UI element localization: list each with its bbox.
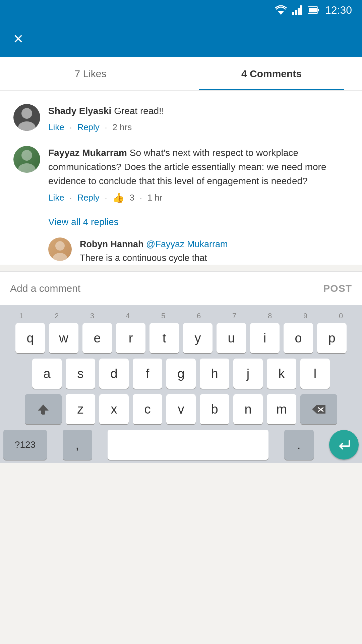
- person-silhouette: [13, 104, 40, 131]
- key-w[interactable]: w: [49, 323, 78, 353]
- tab-likes[interactable]: 7 Likes: [0, 57, 181, 90]
- backspace-key[interactable]: [300, 394, 337, 424]
- close-button[interactable]: ×: [13, 30, 23, 47]
- status-time: 12:30: [325, 4, 352, 16]
- svg-rect-4: [300, 5, 302, 15]
- key-r[interactable]: r: [116, 323, 145, 353]
- view-replies-container: View all 4 replies: [48, 217, 349, 227]
- key-a[interactable]: a: [32, 359, 62, 389]
- key-i[interactable]: i: [250, 323, 280, 353]
- key-l[interactable]: l: [300, 359, 330, 389]
- period-key[interactable]: .: [284, 430, 314, 460]
- reply-text: Robyn Hannah @Fayyaz Mukarram There is a…: [80, 237, 349, 265]
- comment-author: Shady Elyaski: [48, 106, 111, 116]
- shift-key[interactable]: [25, 394, 62, 424]
- svg-rect-2: [295, 10, 297, 15]
- battery-icon: [308, 6, 320, 14]
- comment-item: Fayyaz Mukarram So what's next with resp…: [13, 146, 349, 203]
- mention[interactable]: @Fayyaz Mukarram: [146, 239, 228, 249]
- comment-input[interactable]: [10, 283, 316, 294]
- key-h[interactable]: h: [200, 359, 229, 389]
- likes-count: 3: [130, 193, 134, 203]
- comment-actions: Like · Reply · 2 hrs: [48, 122, 349, 132]
- keyboard-row-3: z x c v b n m: [0, 394, 362, 424]
- tabs-container: 7 Likes 4 Comments: [0, 57, 362, 91]
- svg-rect-15: [42, 413, 45, 415]
- key-c[interactable]: c: [133, 394, 162, 424]
- reply-text-preview: There is a continuous cycle that: [80, 253, 207, 263]
- svg-marker-14: [38, 405, 49, 414]
- reply-comment-item: Robyn Hannah @Fayyaz Mukarram There is a…: [48, 237, 349, 265]
- comment-text: Shady Elyaski Great read!!: [48, 104, 349, 118]
- comment-content: Fayyaz Mukarram So what's next with resp…: [48, 146, 349, 203]
- keyboard: 1 2 3 4 5 6 7 8 9 0 q w e r t y u i o p …: [0, 305, 362, 463]
- keyboard-number-hints: 1 2 3 4 5 6 7 8 9 0: [0, 312, 362, 320]
- thumbs-up-icon: 👍: [113, 192, 124, 203]
- key-o[interactable]: o: [284, 323, 313, 353]
- comma-key[interactable]: ,: [63, 430, 92, 460]
- key-g[interactable]: g: [166, 359, 196, 389]
- comment-content: Shady Elyaski Great read!! Like · Reply …: [48, 104, 349, 132]
- comment-author: Fayyaz Mukarram: [48, 148, 127, 158]
- enter-key[interactable]: [329, 430, 359, 460]
- backspace-icon: [311, 404, 326, 414]
- comment-body: Great read!!: [114, 106, 164, 116]
- comment-actions: Like · Reply · 👍 3 · 1 hr: [48, 192, 349, 203]
- post-button[interactable]: POST: [323, 283, 352, 294]
- key-b[interactable]: b: [200, 394, 229, 424]
- key-j[interactable]: j: [233, 359, 263, 389]
- comment-time: 1 hr: [147, 193, 163, 203]
- reply-button[interactable]: Reply: [77, 122, 99, 132]
- svg-point-9: [18, 121, 36, 131]
- avatar: [13, 146, 40, 173]
- comment-time: 2 hrs: [113, 122, 132, 132]
- tab-comments[interactable]: 4 Comments: [181, 57, 362, 90]
- enter-icon: [337, 437, 351, 452]
- key-q[interactable]: q: [15, 323, 45, 353]
- reply-button[interactable]: Reply: [77, 193, 99, 203]
- key-v[interactable]: v: [166, 394, 196, 424]
- svg-rect-6: [318, 9, 319, 11]
- key-t[interactable]: t: [149, 323, 179, 353]
- avatar: [48, 237, 72, 261]
- symbols-key[interactable]: ?123: [3, 430, 47, 460]
- shift-icon: [37, 403, 49, 415]
- comment-item: Shady Elyaski Great read!! Like · Reply …: [13, 104, 349, 132]
- svg-point-10: [21, 150, 32, 161]
- key-s[interactable]: s: [66, 359, 95, 389]
- key-n[interactable]: n: [233, 394, 263, 424]
- key-x[interactable]: x: [99, 394, 129, 424]
- key-f[interactable]: f: [133, 359, 162, 389]
- header-bar: ×: [0, 20, 362, 57]
- svg-point-12: [55, 241, 65, 251]
- svg-marker-0: [278, 11, 284, 15]
- svg-point-11: [18, 163, 36, 173]
- reply-author: Robyn Hannah: [80, 239, 144, 249]
- key-u[interactable]: u: [217, 323, 246, 353]
- keyboard-bottom-row: ?123 , .: [0, 430, 362, 460]
- keyboard-row-2: a s d f g h j k l: [0, 359, 362, 389]
- key-e[interactable]: e: [82, 323, 112, 353]
- key-m[interactable]: m: [267, 394, 296, 424]
- view-all-replies-button[interactable]: View all 4 replies: [48, 217, 119, 227]
- key-p[interactable]: p: [317, 323, 347, 353]
- comment-text: Fayyaz Mukarram So what's next with resp…: [48, 146, 349, 188]
- svg-rect-1: [292, 12, 294, 15]
- person-silhouette: [13, 146, 40, 173]
- like-button[interactable]: Like: [48, 122, 64, 132]
- comment-input-bar: POST: [0, 271, 362, 305]
- person-silhouette: [48, 237, 72, 261]
- reply-content: Robyn Hannah @Fayyaz Mukarram There is a…: [80, 237, 349, 265]
- like-button[interactable]: Like: [48, 193, 64, 203]
- svg-rect-7: [309, 8, 317, 12]
- svg-point-13: [53, 253, 67, 261]
- key-z[interactable]: z: [66, 394, 95, 424]
- space-key[interactable]: [108, 430, 268, 460]
- keyboard-row-1: q w e r t y u i o p: [0, 323, 362, 353]
- key-k[interactable]: k: [267, 359, 296, 389]
- svg-rect-3: [298, 8, 300, 15]
- key-y[interactable]: y: [183, 323, 213, 353]
- key-d[interactable]: d: [99, 359, 129, 389]
- signal-icon: [292, 5, 302, 15]
- comments-section: Shady Elyaski Great read!! Like · Reply …: [0, 91, 362, 265]
